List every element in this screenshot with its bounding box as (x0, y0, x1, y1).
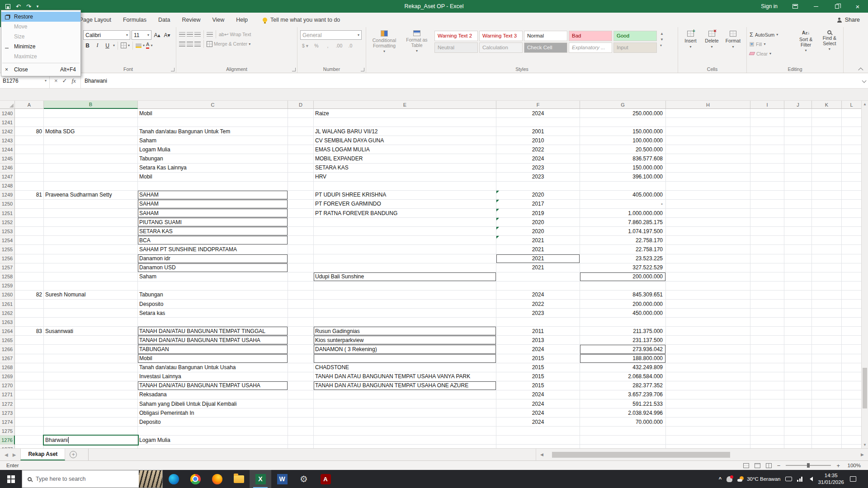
cell-b1259[interactable] (44, 282, 138, 291)
cell-e1256[interactable] (314, 254, 496, 263)
cell-d1276[interactable] (288, 436, 314, 445)
cell-d1240[interactable] (288, 109, 314, 118)
cell-b1268[interactable] (44, 363, 138, 372)
cell-f1271[interactable]: 2024 (496, 390, 580, 399)
cell-e1275[interactable] (314, 427, 496, 436)
cell-b1250[interactable] (44, 200, 138, 209)
cell-l1272[interactable] (842, 399, 861, 408)
cell-l1262[interactable] (842, 309, 861, 318)
cell-c1270[interactable]: TANAH DAN/ATAU BANGUNAN TEMPAT USAHA (138, 381, 288, 390)
cell-d1275[interactable] (288, 427, 314, 436)
cell-f1255[interactable]: 2021 (496, 245, 580, 254)
column-header-b[interactable]: B (44, 101, 138, 109)
cell-c1273[interactable]: Obligasi Pemerintah In (138, 408, 288, 418)
cell-a1263[interactable] (15, 318, 44, 327)
cell-k1248[interactable] (812, 182, 842, 191)
cell-b1272[interactable] (44, 399, 138, 408)
cell-b1241[interactable] (44, 118, 138, 127)
cell-j1264[interactable] (784, 327, 812, 336)
row-header-1265[interactable]: 1265 (0, 336, 15, 345)
cell-e1257[interactable] (314, 263, 496, 272)
cell-j1244[interactable] (784, 145, 812, 154)
cell-g1240[interactable]: 250.000.000 (580, 109, 666, 118)
cell-e1246[interactable]: SETARA KAS (314, 164, 496, 173)
cell-l1270[interactable] (842, 381, 861, 390)
row-header-1258[interactable]: 1258 (0, 272, 15, 282)
cell-a1268[interactable] (15, 363, 44, 372)
cell-g1256[interactable]: 23.523.225 (580, 254, 666, 263)
cell-l1256[interactable] (842, 254, 861, 263)
bold-button[interactable]: B (83, 41, 92, 50)
row-header-1259[interactable]: 1259 (0, 282, 15, 291)
cell-e1264[interactable]: Rusun Gadingnias (314, 327, 496, 336)
zoom-in-icon[interactable]: + (836, 462, 840, 469)
cell-e1258[interactable]: Udupi Bali Sunshine (314, 272, 496, 282)
cell-b1263[interactable] (44, 318, 138, 327)
cell-k1253[interactable] (812, 227, 842, 236)
share-button[interactable]: Share (837, 13, 868, 27)
row-header-1242[interactable]: 1242 (0, 127, 15, 136)
cell-c1240[interactable]: Mobil (138, 109, 288, 118)
cell-h1276[interactable] (666, 436, 750, 445)
restore-window-icon[interactable] (826, 0, 847, 13)
cell-g1260[interactable]: 845.309.651 (580, 291, 666, 300)
cell-e1252[interactable] (314, 218, 496, 227)
find-select-button[interactable]: Find & Select ▾ (818, 29, 841, 58)
column-header-g[interactable]: G (580, 101, 666, 109)
cell-l1263[interactable] (842, 318, 861, 327)
cell-d1264[interactable] (288, 327, 314, 336)
cell-l1253[interactable] (842, 227, 861, 236)
cell-d1271[interactable] (288, 390, 314, 399)
align-right-icon[interactable] (194, 42, 201, 47)
column-header-h[interactable]: H (666, 101, 750, 109)
cell-j1248[interactable] (784, 182, 812, 191)
cell-c1245[interactable]: Tabungan (138, 154, 288, 163)
cell-c1266[interactable]: TABUNGAN (138, 345, 288, 354)
cell-d1269[interactable] (288, 372, 314, 381)
cell-h1259[interactable] (666, 282, 750, 291)
cell-b1256[interactable] (44, 254, 138, 263)
cell-a1248[interactable] (15, 182, 44, 191)
cell-b1271[interactable] (44, 390, 138, 399)
cell-f1270[interactable]: 2015 (496, 381, 580, 390)
cell-i1277[interactable] (750, 445, 784, 448)
cell-e1260[interactable] (314, 291, 496, 300)
cell-g1259[interactable] (580, 282, 666, 291)
cell-e1242[interactable]: JL WALANG BARU VII/12 (314, 127, 496, 136)
cell-d1251[interactable] (288, 209, 314, 218)
page-layout-view-icon[interactable] (755, 463, 760, 468)
undo-icon[interactable]: ↶ (16, 4, 21, 9)
cell-j1266[interactable] (784, 345, 812, 354)
cell-b1252[interactable] (44, 218, 138, 227)
decrease-decimal-icon[interactable]: .0 (345, 41, 355, 50)
font-color-icon[interactable]: A (146, 42, 149, 49)
word-icon[interactable]: W (271, 470, 293, 488)
cell-e1251[interactable]: PT RATNA FOREVER BANDUNG (314, 209, 496, 218)
cell-b1253[interactable] (44, 227, 138, 236)
minimize-window-icon[interactable] (806, 0, 826, 13)
cell-i1254[interactable] (750, 236, 784, 245)
cell-i1260[interactable] (750, 291, 784, 300)
cell-i1267[interactable] (750, 354, 784, 363)
cell-i1242[interactable] (750, 127, 784, 136)
cell-l1269[interactable] (842, 372, 861, 381)
cell-i1252[interactable] (750, 218, 784, 227)
ribbon-display-options-icon[interactable] (785, 0, 806, 13)
cell-b1276[interactable]: Bharwani (44, 436, 138, 445)
decrease-font-icon[interactable]: A▾ (163, 31, 171, 39)
cell-j1247[interactable] (784, 173, 812, 182)
cell-c1259[interactable] (138, 282, 288, 291)
cell-b1242[interactable]: Motiha SDG (44, 127, 138, 136)
cell-b1274[interactable] (44, 418, 138, 427)
italic-button[interactable]: I (93, 41, 102, 50)
cell-h1256[interactable] (666, 254, 750, 263)
cell-g1265[interactable]: 231.137.500 (580, 336, 666, 345)
cell-i1240[interactable] (750, 109, 784, 118)
cell-f1257[interactable]: 2021 (496, 263, 580, 272)
cell-i1246[interactable] (750, 164, 784, 173)
cell-h1245[interactable] (666, 154, 750, 163)
cell-i1275[interactable] (750, 427, 784, 436)
cell-f1276[interactable] (496, 436, 580, 445)
cell-i1253[interactable] (750, 227, 784, 236)
fill-color-dropdown-icon[interactable]: ▾ (143, 43, 145, 47)
